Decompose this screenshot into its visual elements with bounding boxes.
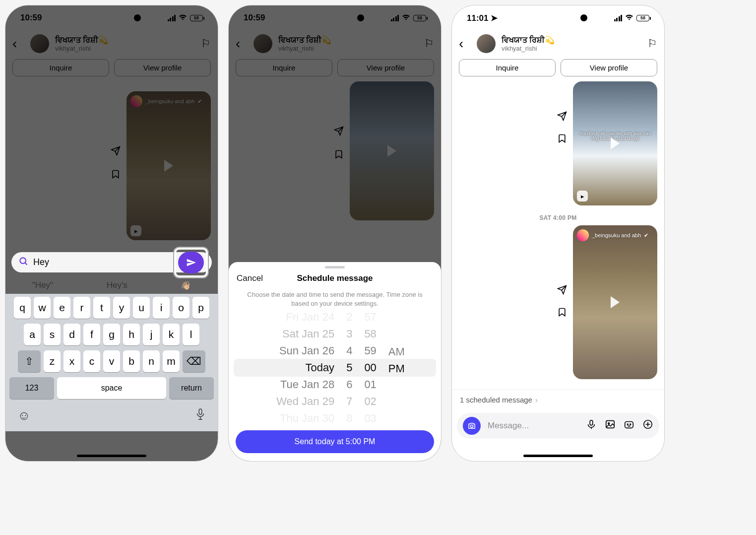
inquire-button[interactable]: Inquire — [459, 59, 556, 76]
avatar[interactable] — [477, 34, 496, 53]
key[interactable]: b — [123, 350, 140, 372]
picker-selection-band — [234, 359, 436, 377]
suggestion[interactable]: 👋🏼 — [181, 280, 191, 291]
phone-screen-scheduled-indicator: 11:01 ➤ 58 ‹ ਵਿਖਯਾਤ ਰਿਸ਼ੀ💫 vikhyat_rishi… — [451, 5, 665, 462]
key[interactable]: q — [14, 297, 31, 319]
share-icon[interactable] — [557, 285, 567, 297]
svg-rect-6 — [625, 422, 633, 428]
return-key[interactable]: return — [169, 377, 214, 399]
schedule-sheet: Cancel Schedule message Choose the date … — [229, 262, 441, 461]
emoji-key[interactable]: ☺ — [17, 408, 31, 424]
selected-minute: 00 — [364, 361, 376, 374]
gallery-icon[interactable] — [605, 419, 616, 433]
scheduled-label: 1 scheduled message — [460, 396, 532, 404]
home-indicator[interactable] — [523, 455, 593, 457]
profile-action-row: Inquire View profile — [452, 57, 664, 81]
input-actions — [586, 419, 653, 433]
sticker-icon[interactable] — [624, 419, 634, 433]
add-icon[interactable] — [642, 419, 653, 433]
key[interactable]: u — [133, 297, 150, 319]
numbers-key[interactable]: 123 — [9, 377, 54, 399]
datetime-picker[interactable]: Fri Jan 24 Sat Jan 25 Sun Jan 26 Today T… — [229, 313, 441, 422]
key[interactable]: l — [183, 324, 199, 345]
key[interactable]: i — [153, 297, 170, 319]
key[interactable]: m — [163, 350, 180, 372]
key[interactable]: f — [83, 324, 100, 345]
flag-icon[interactable]: ⚐ — [647, 37, 657, 50]
verify-icon: ✔ — [644, 232, 648, 239]
key[interactable]: h — [123, 324, 140, 345]
keyboard-suggestions: "Hey" Hey's 👋🏼 — [5, 274, 218, 294]
svg-point-5 — [608, 423, 610, 424]
date-column[interactable]: Fri Jan 24 Sat Jan 25 Sun Jan 26 Today T… — [265, 313, 334, 422]
send-button[interactable] — [178, 252, 204, 273]
key[interactable]: n — [143, 350, 160, 372]
reels-icon: ▸ — [577, 191, 588, 201]
suggestion[interactable]: Hey's — [107, 280, 127, 291]
minute-column[interactable]: 57 58 59 00 01 02 03 — [364, 313, 376, 422]
key[interactable]: a — [24, 324, 41, 345]
contact-name-block[interactable]: ਵਿਖਯਾਤ ਰਿਸ਼ੀ💫 vikhyat_rishi — [502, 35, 641, 52]
selected-date: Today — [305, 361, 334, 374]
message-side-icons — [557, 285, 567, 320]
svg-point-8 — [630, 424, 631, 425]
key[interactable]: w — [34, 297, 51, 319]
svg-rect-1 — [199, 409, 202, 414]
key[interactable]: k — [163, 324, 180, 345]
space-key[interactable]: space — [57, 377, 166, 399]
key[interactable]: t — [93, 297, 110, 319]
send-button-highlight — [174, 248, 208, 277]
key[interactable]: e — [54, 297, 70, 319]
name-emoji: 💫 — [545, 36, 555, 44]
shift-key[interactable]: ⇧ — [18, 350, 41, 372]
sheet-handle[interactable] — [325, 266, 345, 268]
message-placeholder[interactable]: Message... — [488, 421, 579, 431]
mic-icon[interactable] — [586, 419, 597, 433]
share-icon[interactable] — [557, 111, 567, 124]
chevron-right-icon: › — [535, 396, 538, 404]
suggestion[interactable]: "Hey" — [32, 280, 53, 291]
scheduled-messages-bar[interactable]: 1 scheduled message › — [452, 389, 664, 410]
display-name: ਵਿਖਯਾਤ ਰਿਸ਼ੀ — [502, 36, 545, 44]
mic-key[interactable] — [195, 408, 206, 424]
chat-header: ‹ ਵਿਖਯਾਤ ਰਿਸ਼ੀ💫 vikhyat_rishi ⚐ — [452, 30, 664, 57]
backspace-key[interactable]: ⌫ — [183, 350, 205, 372]
signal-icon — [614, 15, 623, 21]
message-input-row: Message... — [457, 413, 659, 439]
message-side-icons — [557, 111, 567, 146]
status-bar: 11:01 ➤ 58 — [452, 5, 664, 30]
status-indicators: 58 — [614, 14, 650, 22]
search-icon[interactable] — [18, 256, 28, 268]
bookmark-icon[interactable] — [557, 307, 567, 320]
key[interactable]: j — [143, 324, 160, 345]
key[interactable]: y — [113, 297, 130, 319]
back-icon[interactable]: ‹ — [459, 36, 471, 52]
key[interactable]: g — [103, 324, 120, 345]
svg-rect-3 — [590, 420, 593, 425]
key[interactable]: p — [192, 297, 209, 319]
key[interactable]: r — [73, 297, 90, 319]
shared-reel-card[interactable]: _beingsuku and abh ✔ — [573, 225, 657, 379]
selected-ampm: PM — [388, 362, 405, 375]
camera-button[interactable] — [463, 417, 481, 435]
key[interactable]: z — [44, 350, 61, 372]
selected-hour: 5 — [346, 361, 352, 374]
cancel-button[interactable]: Cancel — [237, 273, 263, 283]
shared-reel-card[interactable]: Randomly ek mauske sath aisa mini vlog b… — [573, 81, 657, 205]
key[interactable]: x — [63, 350, 80, 372]
key[interactable]: d — [63, 324, 80, 345]
play-icon — [611, 137, 620, 149]
key[interactable]: c — [83, 350, 100, 372]
ampm-column[interactable]: AM PM — [388, 316, 405, 420]
schedule-send-button[interactable]: Send today at 5:00 PM — [236, 430, 434, 453]
key[interactable]: s — [44, 324, 61, 345]
view-profile-button[interactable]: View profile — [561, 59, 657, 76]
hour-column[interactable]: 2 3 4 5 6 7 8 — [346, 313, 352, 422]
reel-avatar — [577, 229, 589, 241]
key[interactable]: o — [173, 297, 189, 319]
bookmark-icon[interactable] — [557, 134, 567, 146]
keyboard: q w e r t y u i o p a s d f g h j k l — [5, 294, 218, 431]
location-icon: ➤ — [491, 13, 498, 23]
chat-scroll[interactable]: Randomly ek mauske sath aisa mini vlog b… — [452, 81, 664, 389]
key[interactable]: v — [103, 350, 120, 372]
